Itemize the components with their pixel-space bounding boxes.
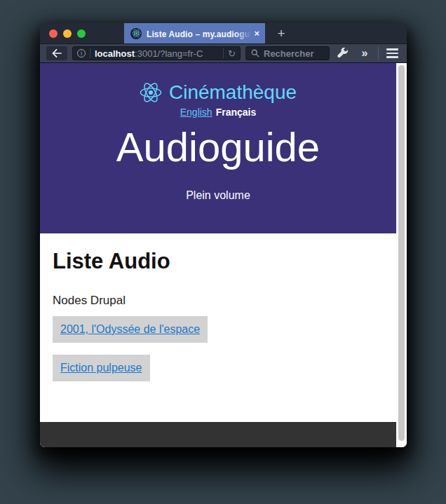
web-page: Cinémathèque EnglishFrançais Audioguide … <box>40 63 396 447</box>
active-tab[interactable]: Liste Audio – my.audioguide.c × <box>124 23 265 43</box>
site-title: Audioguide <box>40 125 396 170</box>
page-viewport: Cinémathèque EnglishFrançais Audioguide … <box>40 63 407 447</box>
audio-item-link[interactable]: Fiction pulpeuse <box>60 362 142 374</box>
brand-name: Cinémathèque <box>169 81 297 104</box>
search-input[interactable]: Rechercher <box>245 46 330 60</box>
scrollbar-thumb[interactable] <box>398 65 405 441</box>
window-zoom-button[interactable] <box>77 29 86 38</box>
url-divider <box>90 48 90 58</box>
intro-text: Nodes Drupal <box>53 294 384 308</box>
wrench-icon <box>337 48 349 59</box>
audio-list: 2001, l'Odyssée de l'espace Fiction pulp… <box>53 316 384 381</box>
developer-tools-button[interactable] <box>334 45 351 62</box>
audio-item-link[interactable]: 2001, l'Odyssée de l'espace <box>60 323 200 335</box>
url-rest: :3001/?lang=fr-C <box>135 48 203 59</box>
site-subtitle: Plein volume <box>40 189 396 202</box>
magnifier-icon <box>251 49 259 57</box>
hamburger-icon <box>386 48 398 58</box>
page-heading: Liste Audio <box>53 249 384 274</box>
url-fade <box>206 48 219 59</box>
navigation-toolbar: i localhost:3001/?lang=fr-C ↻ Rechercher… <box>40 43 407 63</box>
overflow-menu-button[interactable]: » <box>356 45 373 62</box>
language-link-english[interactable]: English <box>180 107 212 118</box>
scrollbar[interactable] <box>396 63 407 447</box>
site-info-icon[interactable]: i <box>77 49 86 57</box>
back-button[interactable] <box>46 46 67 60</box>
main-content: Liste Audio Nodes Drupal 2001, l'Odyssée… <box>40 233 396 422</box>
language-switcher: EnglishFrançais <box>40 107 396 118</box>
react-atom-favicon-icon <box>130 28 142 39</box>
tab-title-fade <box>236 27 251 40</box>
tab-title-wrap: Liste Audio – my.audioguide.c <box>147 27 251 40</box>
tab-close-icon[interactable]: × <box>254 29 259 38</box>
menu-button[interactable] <box>384 45 400 62</box>
brand-row: Cinémathèque <box>40 81 396 104</box>
window-minimize-button[interactable] <box>63 29 72 38</box>
double-chevron-right-icon: » <box>362 48 368 59</box>
site-header: Cinémathèque EnglishFrançais Audioguide … <box>40 63 396 233</box>
url-host: localhost <box>95 48 135 59</box>
search-placeholder: Rechercher <box>264 48 314 59</box>
traffic-lights <box>49 23 86 43</box>
titlebar: Liste Audio – my.audioguide.c × + <box>40 23 407 43</box>
window-close-button[interactable] <box>49 29 58 38</box>
language-current-french: Français <box>216 107 257 118</box>
reload-icon[interactable]: ↻ <box>228 49 236 58</box>
toolbar-separator <box>378 47 379 60</box>
list-item: Fiction pulpeuse <box>53 355 150 381</box>
browser-window: Liste Audio – my.audioguide.c × + i loca… <box>40 23 407 447</box>
react-atom-logo-icon <box>140 82 162 103</box>
site-footer <box>40 422 396 447</box>
url-divider <box>223 48 224 58</box>
url-bar[interactable]: i localhost:3001/?lang=fr-C ↻ <box>72 46 241 60</box>
url-text[interactable]: localhost:3001/?lang=fr-C <box>95 48 219 59</box>
list-item: 2001, l'Odyssée de l'espace <box>53 316 208 343</box>
new-tab-button[interactable]: + <box>271 23 291 43</box>
back-arrow-icon <box>52 49 62 57</box>
